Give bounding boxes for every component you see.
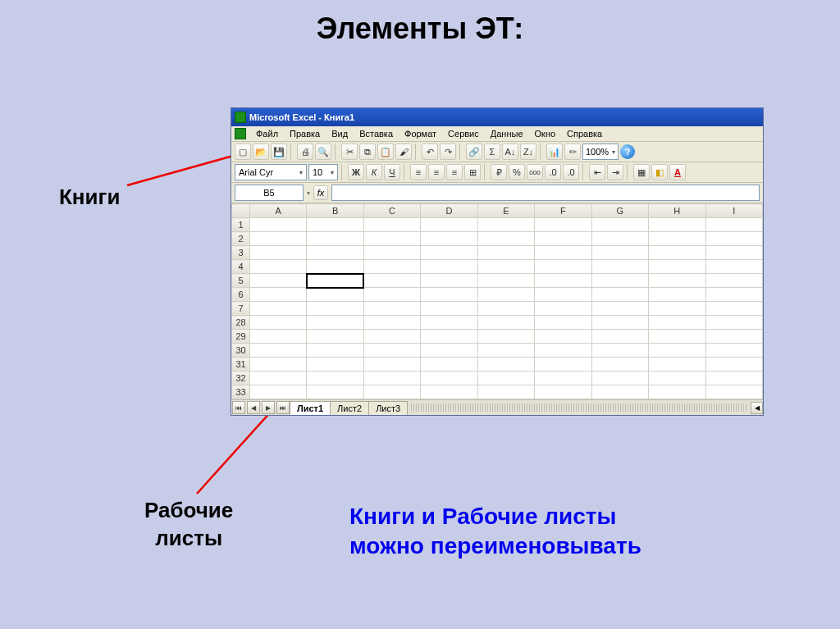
- fx-button[interactable]: fx: [313, 185, 328, 200]
- comma-button[interactable]: 000: [527, 164, 543, 180]
- cell[interactable]: [477, 288, 534, 302]
- increase-decimal-button[interactable]: .0: [545, 164, 561, 180]
- cell[interactable]: [250, 218, 307, 232]
- cell[interactable]: [250, 330, 307, 344]
- cell[interactable]: [535, 316, 591, 330]
- cell[interactable]: [477, 232, 534, 246]
- cell[interactable]: [705, 330, 763, 344]
- increase-indent-button[interactable]: ⇥: [607, 164, 623, 180]
- align-center-button[interactable]: ≡: [428, 164, 445, 180]
- cell[interactable]: [591, 218, 648, 232]
- cell[interactable]: [307, 302, 363, 316]
- cell[interactable]: [591, 358, 648, 371]
- font-size-box[interactable]: 10▾: [308, 164, 338, 180]
- open-button[interactable]: 📂: [253, 144, 269, 160]
- row-header[interactable]: 4: [232, 260, 250, 274]
- cell[interactable]: [649, 246, 705, 260]
- menu-help[interactable]: Справка: [562, 128, 607, 139]
- cell[interactable]: [649, 232, 705, 246]
- cell[interactable]: [649, 344, 705, 358]
- row-header[interactable]: 30: [232, 344, 250, 358]
- fill-color-button[interactable]: ◧: [651, 164, 668, 180]
- menu-insert[interactable]: Вставка: [354, 128, 398, 139]
- cell[interactable]: [591, 385, 648, 399]
- cell[interactable]: [649, 218, 705, 232]
- cell[interactable]: [649, 288, 705, 302]
- row-header[interactable]: 28: [232, 316, 250, 330]
- sheet-tab-3[interactable]: Лист3: [368, 401, 408, 415]
- format-painter-button[interactable]: 🖌: [395, 144, 412, 160]
- cell[interactable]: [250, 385, 307, 399]
- menu-file[interactable]: Файл: [251, 128, 283, 139]
- paste-button[interactable]: 📋: [377, 144, 394, 160]
- copy-button[interactable]: ⧉: [359, 144, 376, 160]
- merge-button[interactable]: ⊞: [464, 164, 481, 180]
- cell[interactable]: [250, 232, 307, 246]
- menu-format[interactable]: Формат: [399, 128, 441, 139]
- cell[interactable]: [649, 358, 705, 371]
- currency-button[interactable]: ₽: [491, 164, 507, 180]
- cell[interactable]: [705, 232, 763, 246]
- cell[interactable]: [535, 385, 591, 399]
- cell[interactable]: [250, 344, 307, 358]
- cell[interactable]: [535, 218, 591, 232]
- column-header[interactable]: E: [477, 204, 534, 218]
- cell[interactable]: [535, 246, 591, 260]
- column-header[interactable]: B: [307, 204, 363, 218]
- cell[interactable]: [421, 274, 477, 288]
- column-header[interactable]: F: [535, 204, 591, 218]
- column-header[interactable]: A: [250, 204, 307, 218]
- sheet-tab-2[interactable]: Лист2: [330, 401, 369, 415]
- prev-sheet-button[interactable]: ◀: [247, 401, 260, 414]
- menu-view[interactable]: Вид: [326, 128, 353, 139]
- cell[interactable]: [421, 316, 477, 330]
- cell[interactable]: [250, 246, 307, 260]
- row-header[interactable]: 33: [232, 385, 250, 399]
- row-header[interactable]: 7: [232, 302, 250, 316]
- cell[interactable]: [307, 232, 363, 246]
- column-header[interactable]: I: [705, 204, 763, 218]
- first-sheet-button[interactable]: ⏮: [232, 401, 245, 414]
- menu-window[interactable]: Окно: [530, 128, 561, 139]
- menu-edit[interactable]: Правка: [285, 128, 325, 139]
- cell[interactable]: [363, 260, 420, 274]
- cell[interactable]: [250, 358, 307, 371]
- next-sheet-button[interactable]: ▶: [262, 401, 275, 414]
- cell[interactable]: [477, 358, 534, 371]
- cell[interactable]: [535, 260, 591, 274]
- cell[interactable]: [705, 344, 763, 358]
- sheet-tab-1[interactable]: Лист1: [290, 401, 331, 415]
- last-sheet-button[interactable]: ⏭: [276, 401, 290, 414]
- cell[interactable]: [363, 218, 420, 232]
- cell[interactable]: [421, 385, 477, 399]
- cell[interactable]: [307, 274, 363, 288]
- workbook-icon[interactable]: [235, 128, 246, 139]
- cell[interactable]: [250, 302, 307, 316]
- cell[interactable]: [477, 246, 534, 260]
- drawing-button[interactable]: ✏: [564, 144, 581, 160]
- row-header[interactable]: 31: [232, 358, 250, 371]
- cell[interactable]: [307, 246, 363, 260]
- cell[interactable]: [477, 344, 534, 358]
- cell[interactable]: [421, 302, 477, 316]
- cell[interactable]: [421, 232, 477, 246]
- cell[interactable]: [705, 260, 763, 274]
- cell[interactable]: [307, 288, 363, 302]
- cell[interactable]: [363, 358, 420, 371]
- cell[interactable]: [535, 358, 591, 371]
- autosum-button[interactable]: Σ: [484, 144, 500, 160]
- name-box-dropdown-icon[interactable]: ▾: [307, 189, 310, 197]
- cell[interactable]: [649, 302, 705, 316]
- row-header[interactable]: 2: [232, 232, 250, 246]
- column-header[interactable]: H: [649, 204, 705, 218]
- cell[interactable]: [649, 371, 705, 385]
- help-icon[interactable]: ?: [620, 144, 635, 159]
- cell[interactable]: [477, 274, 534, 288]
- column-header[interactable]: D: [421, 204, 477, 218]
- cell[interactable]: [705, 218, 763, 232]
- decrease-decimal-button[interactable]: .0: [563, 164, 579, 180]
- cell[interactable]: [705, 371, 763, 385]
- column-header[interactable]: G: [591, 204, 648, 218]
- cell[interactable]: [591, 330, 648, 344]
- column-header[interactable]: C: [363, 204, 420, 218]
